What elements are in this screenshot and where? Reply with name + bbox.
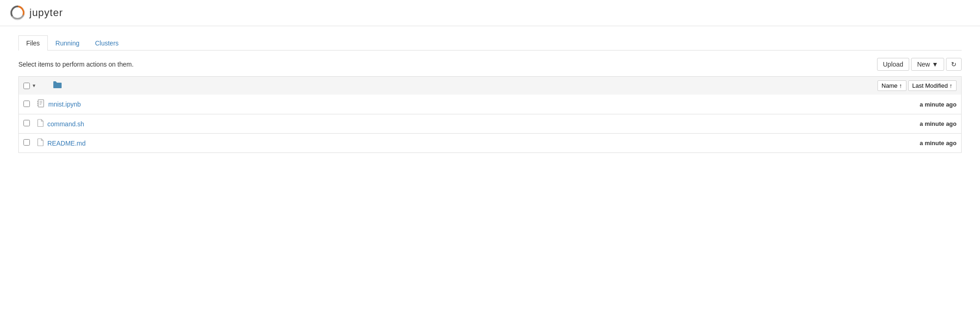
toolbar: Select items to perform actions on them.… [18,58,962,71]
sort-modified-button[interactable]: Last Modified ↑ [908,80,957,91]
file-list-header: ▼ Name ↑ Last Modified ↑ [18,76,962,95]
tab-running[interactable]: Running [48,35,87,51]
refresh-button[interactable]: ↻ [946,58,962,71]
file-name-mnist[interactable]: mnist.ipynb [48,101,883,108]
file-icon-readme [37,138,44,148]
table-row: README.md a minute ago [19,134,961,152]
svg-rect-5 [37,101,39,102]
table-row: mnist.ipynb a minute ago [19,95,961,114]
refresh-icon: ↻ [951,61,957,68]
file-name-readme[interactable]: README.md [47,140,883,147]
current-folder-icon [53,80,62,91]
row-check-mnist [23,101,37,108]
jupyter-logo-icon [9,5,26,21]
tab-clusters[interactable]: Clusters [87,35,126,51]
logo-text: jupyter [29,7,63,19]
tab-bar: Files Running Clusters [18,35,962,51]
select-all-area: ▼ [23,83,51,89]
file-modified-command: a minute ago [883,120,957,127]
logo: jupyter [9,5,63,21]
sort-name-button[interactable]: Name ↑ [877,80,906,91]
select-dropdown-arrow[interactable]: ▼ [32,83,36,88]
svg-rect-1 [38,100,44,107]
app-header: jupyter [0,0,980,26]
svg-rect-7 [37,105,39,106]
notebook-icon [37,99,45,109]
toolbar-hint: Select items to perform actions on them. [18,61,134,68]
checkbox-command[interactable] [23,120,30,126]
upload-button[interactable]: Upload [877,58,909,71]
checkbox-mnist[interactable] [23,101,30,107]
new-button[interactable]: New ▼ [911,58,944,71]
table-row: command.sh a minute ago [19,114,961,134]
file-icon-command [37,119,44,129]
checkbox-readme[interactable] [23,139,30,146]
file-modified-readme: a minute ago [883,140,957,147]
main-content: Files Running Clusters Select items to p… [0,26,980,162]
file-rows: mnist.ipynb a minute ago command.sh a mi… [18,95,962,153]
file-name-command[interactable]: command.sh [47,120,883,128]
svg-rect-6 [37,103,39,104]
row-check-readme [23,139,37,147]
chevron-down-icon: ▼ [932,61,938,68]
select-all-checkbox[interactable] [23,83,30,89]
row-check-command [23,120,37,128]
tab-files[interactable]: Files [18,35,48,51]
new-button-label: New [917,61,930,68]
file-modified-mnist: a minute ago [883,101,957,108]
toolbar-actions: Upload New ▼ ↻ [877,58,962,71]
